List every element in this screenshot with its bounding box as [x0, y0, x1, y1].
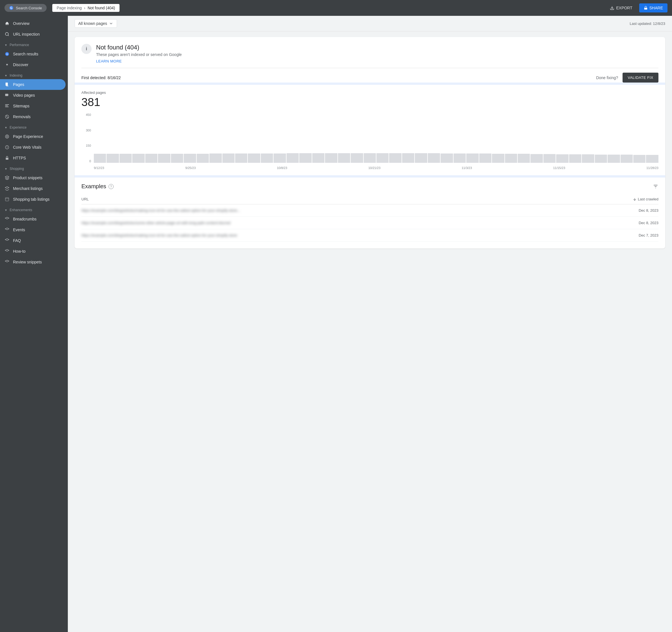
info-icon: i [81, 44, 92, 54]
breadcrumbs-icon [4, 216, 9, 221]
sidebar-shopping-tab-label: Shopping tab listings [13, 197, 49, 202]
chart-y-label-150: 150 [81, 144, 93, 147]
svg-marker-25 [5, 228, 9, 230]
col-date-label: Last crawled [638, 197, 658, 201]
export-button[interactable]: EXPORT [606, 4, 635, 12]
video-pages-icon [4, 93, 9, 98]
breadcrumb-parent[interactable]: Page indexing [57, 6, 82, 10]
sidebar-item-core-web-vitals[interactable]: Core Web Vitals [0, 142, 68, 153]
chart-x-label-3: 10/8/23 [277, 166, 287, 170]
experience-chevron: ▼ [4, 126, 7, 129]
table-url-1[interactable]: https://example.com/blog/articles/making… [81, 208, 240, 213]
chart-bar [364, 153, 376, 163]
sidebar-item-product-snippets[interactable]: Product snippets [0, 172, 68, 183]
share-button[interactable]: SHARE [639, 3, 668, 13]
shopping-tab-icon [4, 197, 9, 202]
chart-bar [492, 154, 504, 163]
chart-bar [209, 154, 221, 163]
sidebar-removals-label: Removals [13, 115, 30, 119]
chart-bar [621, 155, 633, 163]
svg-point-16 [5, 135, 9, 138]
lock-icon [644, 6, 648, 10]
chart-bar [530, 154, 543, 163]
first-detected: First detected: 8/16/22 [81, 75, 121, 80]
sidebar-item-sitemaps[interactable]: Sitemaps [0, 101, 68, 111]
chart-bar [132, 154, 144, 163]
sidebar-discover-label: Discover [13, 63, 28, 67]
chart-bar [248, 154, 260, 163]
sidebar-review-snippets-label: Review snippets [13, 260, 42, 264]
table-url-3[interactable]: https://example.com/blog/articles/making… [81, 233, 237, 237]
sidebar-item-merchant-listings[interactable]: Merchant listings [0, 183, 68, 194]
validate-fix-button[interactable]: VALIDATE FIX [623, 73, 658, 83]
chart-bar [544, 154, 556, 163]
examples-title: Examples ? [81, 183, 114, 190]
sidebar-item-howto[interactable]: How-to [0, 246, 68, 257]
chart-bar [402, 153, 414, 163]
sidebar: Overview URL inspection ▼ Performance G … [0, 16, 68, 632]
experience-section-header[interactable]: ▼ Experience [0, 122, 68, 131]
last-updated: Last updated: 12/8/23 [630, 22, 665, 26]
chart-bar [466, 154, 478, 163]
sidebar-item-removals[interactable]: Removals [0, 111, 68, 122]
shopping-chevron: ▼ [4, 167, 7, 170]
alert-text-area: Not found (404) These pages aren't index… [96, 44, 182, 63]
chart-bar [197, 154, 209, 163]
chart-bar [518, 154, 530, 163]
svg-rect-2 [644, 8, 647, 9]
sidebar-https-label: HTTPS [13, 156, 26, 160]
examples-title-text: Examples [81, 183, 106, 190]
svg-marker-21 [5, 187, 9, 189]
help-icon[interactable]: ? [109, 184, 114, 189]
first-detected-date: 8/16/22 [108, 75, 121, 80]
sidebar-item-events[interactable]: Events [0, 225, 68, 235]
col-date[interactable]: Last crawled [633, 197, 658, 201]
table-row: https://example.com/blog/articles/some-o… [81, 217, 658, 229]
sidebar-item-review-snippets[interactable]: Review snippets [0, 257, 68, 267]
table-url-2[interactable]: https://example.com/blog/articles/some-o… [81, 221, 230, 225]
core-web-vitals-icon [4, 145, 9, 150]
indexing-chevron: ▼ [4, 74, 7, 77]
table-header: URL Last crawled [81, 194, 658, 204]
filter-dropdown[interactable]: All known pages [75, 19, 117, 28]
chart-bar [556, 154, 568, 163]
chart-bar [120, 154, 132, 163]
sidebar-item-discover[interactable]: ✴ Discover [0, 60, 68, 70]
sidebar-url-inspection-label: URL inspection [13, 32, 40, 37]
sub-header: All known pages Last updated: 12/8/23 [68, 16, 672, 31]
enhancements-section-header[interactable]: ▼ Enhancements [0, 205, 68, 214]
performance-section-header[interactable]: ▼ Performance [0, 40, 68, 49]
sidebar-item-https[interactable]: HTTPS [0, 153, 68, 163]
sitemaps-icon [4, 103, 9, 109]
sidebar-howto-label: How-to [13, 249, 25, 254]
sidebar-item-shopping-tab[interactable]: Shopping tab listings [0, 194, 68, 205]
svg-rect-7 [6, 83, 8, 86]
affected-label: Affected pages [81, 90, 658, 95]
table-row: https://example.com/blog/articles/making… [81, 204, 658, 217]
sidebar-item-breadcrumbs[interactable]: Breadcrumbs [0, 214, 68, 225]
search-icon [4, 32, 9, 37]
learn-more-link[interactable]: LEARN MORE [96, 59, 122, 63]
chart-bar [145, 154, 158, 163]
chart-bars-area [94, 113, 658, 163]
sidebar-item-page-experience[interactable]: Page Experience [0, 131, 68, 142]
sidebar-item-search-results[interactable]: G Search results [0, 49, 68, 60]
sidebar-item-faq[interactable]: FAQ [0, 235, 68, 246]
chart-bar [94, 154, 106, 163]
chart-x-label-2: 9/25/23 [185, 166, 196, 170]
breadcrumb-current: Not found (404) [88, 6, 115, 10]
svg-line-15 [6, 115, 8, 118]
filter-icon[interactable] [653, 184, 658, 189]
experience-section-label: Experience [9, 125, 27, 130]
sidebar-item-url-inspection[interactable]: URL inspection [0, 29, 68, 40]
svg-marker-28 [5, 260, 9, 262]
svg-marker-24 [5, 217, 9, 219]
sidebar-sitemaps-label: Sitemaps [13, 104, 29, 108]
svg-rect-11 [5, 104, 9, 105]
sidebar-item-video-pages[interactable]: Video pages [0, 90, 68, 101]
sidebar-item-overview[interactable]: Overview [0, 18, 68, 29]
sidebar-item-pages[interactable]: Pages [0, 79, 66, 90]
indexing-section-header[interactable]: ▼ Indexing [0, 70, 68, 79]
sidebar-product-snippets-label: Product snippets [13, 175, 42, 180]
shopping-section-header[interactable]: ▼ Shopping [0, 163, 68, 172]
